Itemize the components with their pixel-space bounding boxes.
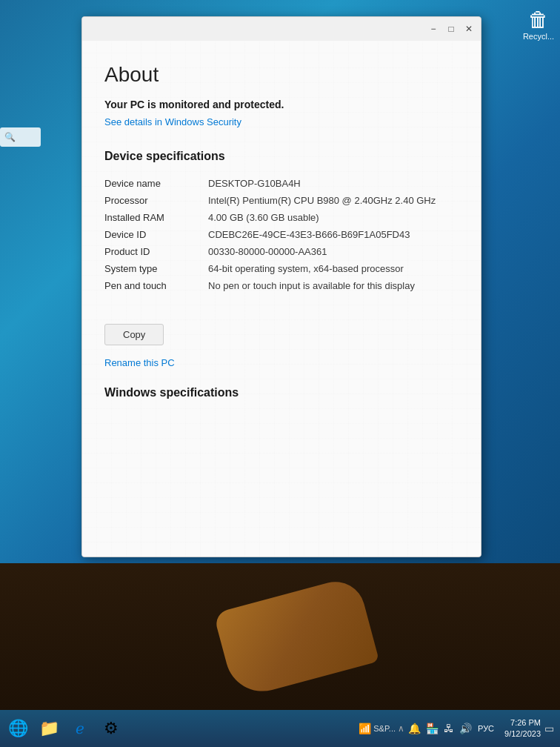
table-row: Processor Intel(R) Pentium(R) CPU B980 @… xyxy=(104,192,451,209)
table-row: Device name DESKTOP-G10BA4H xyxy=(104,175,451,192)
clock-date: 9/12/2023 xyxy=(504,728,541,740)
spec-label: Device ID xyxy=(104,226,208,243)
tray-chevron[interactable]: ∧ xyxy=(398,723,404,734)
recycle-bin[interactable]: 🗑 Recycl... xyxy=(520,7,557,41)
notification-icon: 🔔 xyxy=(407,723,422,734)
search-icon: 🔍 xyxy=(4,132,16,142)
spec-value: CDEBC26E-49CE-43E3-B666-B69F1A05FD43 xyxy=(208,226,451,243)
title-bar: − □ ✕ xyxy=(82,17,481,41)
spec-label: Product ID xyxy=(104,243,208,260)
spec-label: Processor xyxy=(104,192,208,209)
maximize-button[interactable]: □ xyxy=(445,23,457,35)
spec-value: 00330-80000-00000-AA361 xyxy=(208,243,451,260)
taskbar-chrome[interactable]: 🌐 xyxy=(4,715,31,742)
spec-label: Device name xyxy=(104,175,208,192)
signal-icon: 📶 xyxy=(359,723,371,734)
spec-label: System type xyxy=(104,260,208,277)
spec-label: Pen and touch xyxy=(104,277,208,294)
spec-value: Intel(R) Pentium(R) CPU B980 @ 2.40GHz 2… xyxy=(208,192,451,209)
search-bar[interactable]: 🔍 xyxy=(0,127,41,147)
spec-value: No pen or touch input is available for t… xyxy=(208,277,451,294)
table-row: System type 64-bit operating system, x64… xyxy=(104,260,451,277)
windows-specs-title: Windows specifications xyxy=(104,386,451,399)
store-icon: 🏪 xyxy=(424,723,440,734)
table-row: Installed RAM 4.00 GB (3.60 GB usable) xyxy=(104,209,451,226)
system-tray: 📶 S&P... ∧ 🔔 🏪 🖧 🔊 РУС 7:26 PM 9/12/2023… xyxy=(359,717,556,740)
table-row: Pen and touch No pen or touch input is a… xyxy=(104,277,451,294)
spec-value: 64-bit operating system, x64-based proce… xyxy=(208,260,451,277)
copy-button[interactable]: Copy xyxy=(104,324,164,345)
device-specs-title: Device specifications xyxy=(104,150,451,163)
show-desktop-icon[interactable]: ▭ xyxy=(543,723,556,734)
see-details-link[interactable]: See details in Windows Security xyxy=(104,116,451,127)
about-window: − □ ✕ About Your PC is monitored and pro… xyxy=(81,16,481,557)
network-tray-icon: 🖧 xyxy=(442,723,456,734)
clock-time: 7:26 PM xyxy=(504,717,541,728)
recycle-bin-icon: 🗑 xyxy=(520,7,557,32)
spec-table: Device name DESKTOP-G10BA4H Processor In… xyxy=(104,175,451,294)
volume-icon[interactable]: 🔊 xyxy=(458,723,473,734)
taskbar-edge[interactable]: ℯ xyxy=(67,715,93,742)
table-row: Device ID CDEBC26E-49CE-43E3-B666-B69F1A… xyxy=(104,226,451,243)
spec-value: 4.00 GB (3.60 GB usable) xyxy=(208,209,451,226)
taskbar-file-explorer[interactable]: 📁 xyxy=(36,715,62,742)
network-label[interactable]: S&P... xyxy=(373,724,396,733)
close-button[interactable]: ✕ xyxy=(463,23,475,35)
spec-value: DESKTOP-G10BA4H xyxy=(208,175,451,192)
spec-label: Installed RAM xyxy=(104,209,208,226)
table-row: Product ID 00330-80000-00000-AA361 xyxy=(104,243,451,260)
clock[interactable]: 7:26 PM 9/12/2023 xyxy=(504,717,541,740)
rename-pc-link[interactable]: Rename this PC xyxy=(104,357,451,368)
recycle-bin-label: Recycl... xyxy=(523,32,554,41)
protected-text: Your PC is monitored and protected. xyxy=(104,99,451,110)
taskbar-right: 📶 S&P... ∧ 🔔 🏪 🖧 🔊 РУС 7:26 PM 9/12/2023… xyxy=(359,717,556,740)
taskbar: 🌐 📁 ℯ ⚙ 📶 S&P... ∧ 🔔 🏪 🖧 🔊 РУС 7:26 PM 9… xyxy=(0,710,560,747)
taskbar-left: 🌐 📁 ℯ ⚙ xyxy=(4,715,359,742)
language-indicator[interactable]: РУС xyxy=(476,724,496,733)
window-content: About Your PC is monitored and protected… xyxy=(82,41,481,557)
minimize-button[interactable]: − xyxy=(427,23,439,35)
about-title: About xyxy=(104,63,451,87)
taskbar-settings[interactable]: ⚙ xyxy=(98,715,124,742)
